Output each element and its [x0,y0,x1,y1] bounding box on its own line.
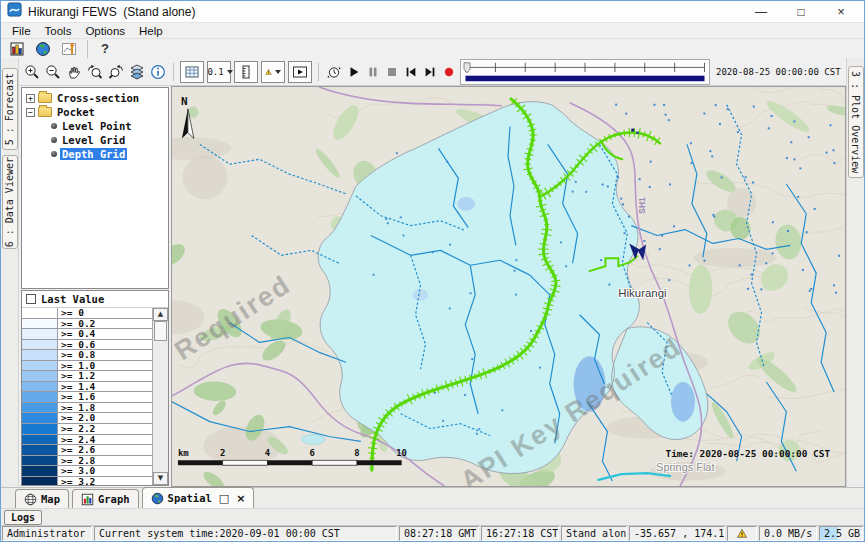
legend-color-swatch [22,403,58,413]
locality-label: Springs Flat [656,461,714,473]
skip-start-button[interactable] [403,62,419,82]
legend-color-swatch [22,466,58,476]
scale-tick-label: 6 [309,448,314,458]
legend-scrollbar[interactable]: ▲ ▼ [153,308,168,485]
timeseries-bars-icon [9,41,25,57]
legend-color-swatch [22,477,58,485]
menu-options[interactable]: Options [78,25,132,37]
zoom-in-button[interactable] [23,62,41,82]
tab-spatial[interactable]: Spatial□× [142,487,255,508]
tab-graph[interactable]: Graph [72,489,139,508]
legend-color-swatch [22,435,58,445]
tree-item-label: Level Point [60,120,134,132]
grid-icon [184,64,200,80]
left-tab-strip: 5 : Forecast6 : Data Viewer [1,58,19,487]
status-local-time: 16:27:18 CST [481,526,559,541]
collapse-toggle[interactable]: − [26,108,35,117]
tab-map[interactable]: Map [15,489,69,508]
legend-row[interactable]: >= 2.2 [22,424,152,435]
side-tab-5-forecast[interactable]: 5 : Forecast [2,68,18,150]
help-button[interactable]: ? [95,39,115,59]
scroll-up-button[interactable]: ▲ [153,308,168,321]
pan-hand-icon [66,64,82,80]
tree-item-depth-grid[interactable]: Depth Grid [23,147,167,161]
zoom-next-icon [108,64,124,80]
warning-triangle-icon [265,64,272,80]
timeline-slider[interactable] [460,59,710,85]
scroll-track[interactable] [153,321,168,472]
play-button[interactable] [346,62,362,82]
zoom-in-icon [24,64,40,80]
contour-threshold-dropdown[interactable]: 0.1 [207,61,231,83]
tab-close-button[interactable]: × [236,492,245,505]
map-scale-bar [178,460,402,465]
layers-button[interactable] [128,62,146,82]
record-button[interactable] [441,62,457,82]
minimize-button[interactable]: — [744,5,778,19]
tree-item-cross-section[interactable]: +Cross-section [23,91,167,105]
menu-help[interactable]: Help [132,25,170,37]
menu-tools[interactable]: Tools [38,25,79,37]
legend-color-swatch [22,424,58,434]
play-icon [347,65,361,79]
animation-dialog-button[interactable] [288,61,312,83]
status-warning-icon [736,528,748,539]
pause-icon [366,65,380,79]
tree-item-level-point[interactable]: Level Point [23,119,167,133]
side-tab-6-data-viewer[interactable]: 6 : Data Viewer [2,155,18,249]
scale-tick-label: 2 [220,448,225,458]
timeseries-dialog-button[interactable] [6,39,28,59]
scroll-down-button[interactable]: ▼ [153,472,168,485]
map-display-button[interactable] [32,39,54,59]
tab-restore-button[interactable]: □ [219,492,229,505]
legend-color-swatch [22,319,58,329]
tab-label: Graph [98,493,130,505]
pan-button[interactable] [65,62,83,82]
close-button[interactable]: × [824,4,858,19]
skip-end-button[interactable] [422,62,438,82]
logs-button[interactable]: Logs [4,510,42,525]
scale-ruler-button[interactable] [234,61,258,83]
tree-item-pocket[interactable]: −Pocket [23,105,167,119]
last-value-checkbox[interactable] [26,294,36,304]
zoom-previous-button[interactable] [86,62,104,82]
skip-start-icon [404,65,418,79]
tree-item-level-grid[interactable]: Level Grid [23,133,167,147]
map-canvas[interactable]: API Key RequiredAPI Key RequiredNkm24681… [171,86,846,487]
legend-color-swatch [22,456,58,466]
scroll-thumb[interactable] [154,321,167,341]
stop-button[interactable] [384,62,400,82]
side-tab-label: 3 : Plot Overview [850,71,861,173]
legend-row[interactable]: >= 3.2 [22,477,152,485]
legend-class-label: >= 1.0 [58,361,152,371]
zoom-previous-icon [87,64,103,80]
status-bar: AdministratorCurrent system time:2020-09… [1,525,864,541]
timer-settings-button[interactable] [325,62,343,82]
expand-toggle[interactable]: + [26,94,35,103]
zoom-out-icon [45,64,61,80]
status-throughput: 0.0 MB/s [759,526,817,541]
maximize-button[interactable]: □ [784,5,818,19]
side-tab-3-plot-overview[interactable]: 3 : Plot Overview [848,66,864,178]
status-system-time: Current system time:2020-09-01 00:00 CST [94,526,397,541]
status-memory: 2.5 GB [819,526,863,541]
spatial-globe-icon [151,492,164,505]
info-button[interactable] [149,62,167,82]
timeline-handle[interactable] [464,62,470,72]
grid-display-button[interactable] [180,61,204,83]
town-label: Hikurangi [618,287,666,299]
legend-color-swatch [22,413,58,423]
pause-button[interactable] [365,62,381,82]
legend-class-label: >= 2.6 [58,445,152,455]
legend-color-swatch [22,445,58,455]
legend-row[interactable]: >= 0 [22,308,152,319]
logs-row: Logs [1,508,864,525]
zoom-out-button[interactable] [44,62,62,82]
menu-file[interactable]: File [5,25,38,37]
thresholds-warning-dropdown[interactable] [261,61,285,83]
record-dot-icon [442,65,456,79]
legend-class-label: >= 2.2 [58,424,152,434]
info-icon [150,64,166,80]
zoom-next-button[interactable] [107,62,125,82]
scalar-editor-button[interactable] [58,39,80,59]
